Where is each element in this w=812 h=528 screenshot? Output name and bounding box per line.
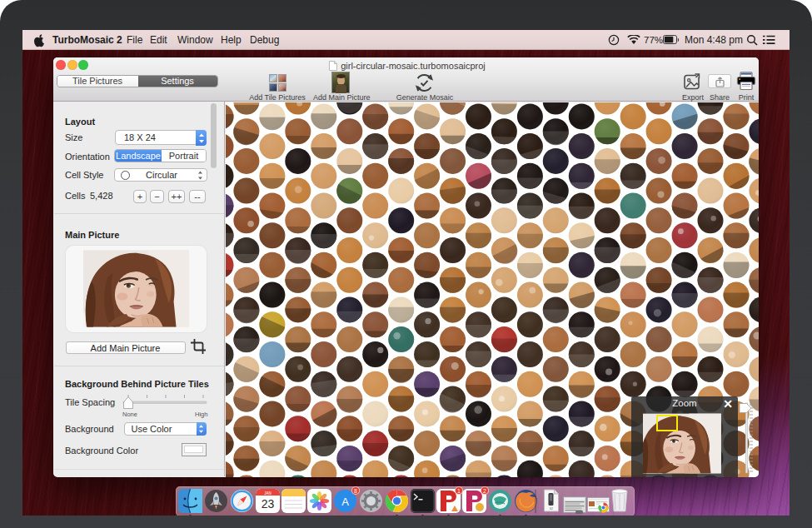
svg-text:JAN: JAN <box>264 491 271 496</box>
svg-text:23: 23 <box>262 497 275 511</box>
svg-text:62: 62 <box>550 507 553 511</box>
svg-text:A: A <box>341 496 349 508</box>
